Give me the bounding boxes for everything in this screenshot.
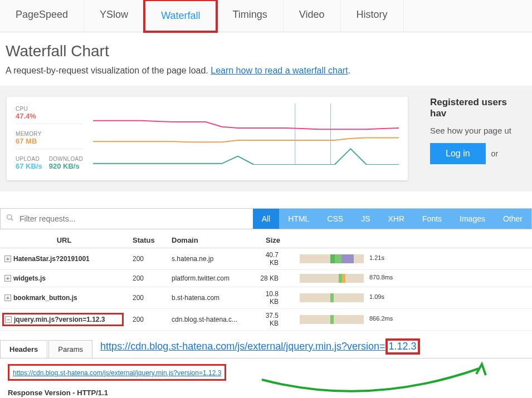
waterfall-bar: 1.09s bbox=[300, 292, 528, 303]
upload-label: UPLOAD bbox=[16, 156, 42, 162]
cpu-value: 47.4% bbox=[16, 112, 83, 120]
small-url-highlight: https://cdn.blog.st-hatena.com/js/extern… bbox=[8, 364, 226, 381]
col-domain[interactable]: Domain bbox=[167, 233, 251, 248]
filter-tab-xhr[interactable]: XHR bbox=[379, 209, 413, 229]
filter-tab-all[interactable]: All bbox=[253, 209, 280, 229]
page-title: Waterfall Chart bbox=[6, 42, 526, 60]
row-time: 1.21s bbox=[369, 254, 384, 261]
metrics-chart bbox=[93, 104, 399, 174]
filter-tab-html[interactable]: HTML bbox=[279, 209, 318, 229]
cpu-label: CPU bbox=[16, 106, 83, 112]
detail-sub-tabs: Headers Params https://cdn.blog.st-haten… bbox=[0, 338, 532, 358]
table-row[interactable]: +widgets.js200platform.twitter.com28 KB8… bbox=[0, 270, 532, 287]
row-time: 866.2ms bbox=[369, 315, 393, 322]
filter-tab-css[interactable]: CSS bbox=[318, 209, 352, 229]
sub-tab-params[interactable]: Params bbox=[48, 340, 92, 358]
filter-input[interactable] bbox=[17, 209, 247, 229]
filter-tabs: All HTML CSS JS XHR Fonts Images Other bbox=[253, 209, 531, 229]
sub-tab-headers[interactable]: Headers bbox=[0, 340, 47, 358]
waterfall-bar: 866.2ms bbox=[300, 314, 528, 325]
row-time: 1.09s bbox=[369, 293, 384, 300]
waterfall-bar: 1.21s bbox=[300, 253, 528, 264]
learn-link[interactable]: Learn how to read a waterfall chart bbox=[211, 66, 348, 75]
metrics-panel: CPU 47.4% MEMORY 67 MB UPLOAD 67 KB/s DO… bbox=[0, 86, 532, 191]
tab-waterfall[interactable]: Waterfall bbox=[143, 0, 218, 33]
subtitle-text: A request-by-request visualization of th… bbox=[6, 66, 211, 75]
side-text: See how your page ut bbox=[430, 126, 525, 135]
row-size: 28 KB bbox=[251, 270, 295, 287]
row-domain: s.hatena.ne.jp bbox=[167, 248, 251, 270]
row-status: 200 bbox=[128, 287, 167, 309]
col-size[interactable]: Size bbox=[251, 233, 295, 248]
expand-icon[interactable]: + bbox=[4, 275, 11, 282]
memory-value: 67 MB bbox=[16, 137, 83, 145]
login-button[interactable]: Log in bbox=[430, 143, 486, 164]
filter-tab-other[interactable]: Other bbox=[494, 209, 531, 229]
upload-value: 67 KB/s bbox=[16, 162, 42, 170]
small-url-link[interactable]: https://cdn.blog.st-hatena.com/js/extern… bbox=[13, 369, 221, 377]
table-row[interactable]: −jquery.min.js?version=1.12.3200cdn.blog… bbox=[0, 309, 532, 331]
expand-icon[interactable]: + bbox=[4, 294, 11, 301]
col-waterfall bbox=[295, 233, 532, 248]
request-url[interactable]: https://cdn.blog.st-hatena.com/js/extern… bbox=[100, 338, 419, 358]
row-url: widgets.js bbox=[13, 274, 46, 282]
expand-icon[interactable]: + bbox=[4, 255, 11, 262]
version-highlight: 1.12.3 bbox=[385, 338, 420, 355]
filter-row: All HTML CSS JS XHR Fonts Images Other bbox=[0, 208, 532, 229]
filter-input-wrap bbox=[1, 209, 253, 229]
table-row[interactable]: +bookmark_button.js200b.st-hatena.com10.… bbox=[0, 287, 532, 309]
metric-net: UPLOAD 67 KB/s DOWNLOAD 920 KB/s bbox=[16, 154, 83, 174]
subtitle-suffix: . bbox=[348, 66, 350, 75]
filter-tab-fonts[interactable]: Fonts bbox=[413, 209, 451, 229]
row-domain: cdn.blog.st-hatena.c... bbox=[167, 309, 251, 331]
side-title: Registered users hav bbox=[430, 97, 525, 119]
download-label: DOWNLOAD bbox=[49, 156, 83, 162]
url-prefix: https://cdn.blog.st-hatena.com/js/extern… bbox=[100, 341, 385, 352]
login-row: Log in or bbox=[430, 143, 525, 164]
row-domain: b.st-hatena.com bbox=[167, 287, 251, 309]
tab-video[interactable]: Video bbox=[284, 0, 341, 32]
row-size: 10.8 KB bbox=[251, 287, 295, 309]
row-url: HatenaStar.js?20191001 bbox=[13, 255, 90, 263]
row-size: 40.7 KB bbox=[251, 248, 295, 270]
row-status: 200 bbox=[128, 248, 167, 270]
side-panel: Registered users hav See how your page u… bbox=[419, 97, 525, 180]
row-domain: platform.twitter.com bbox=[167, 270, 251, 287]
svg-point-2 bbox=[7, 215, 12, 219]
col-status[interactable]: Status bbox=[128, 233, 167, 248]
tab-pagespeed[interactable]: PageSpeed bbox=[0, 0, 84, 32]
or-text: or bbox=[491, 149, 498, 158]
search-icon bbox=[6, 214, 14, 224]
metric-cpu: CPU 47.4% bbox=[16, 104, 83, 124]
metrics-list: CPU 47.4% MEMORY 67 MB UPLOAD 67 KB/s DO… bbox=[16, 104, 83, 174]
subtitle: A request-by-request visualization of th… bbox=[6, 66, 526, 76]
memory-label: MEMORY bbox=[16, 131, 83, 137]
tab-history[interactable]: History bbox=[341, 0, 404, 32]
waterfall-bar: 870.8ms bbox=[300, 273, 528, 284]
filter-tab-images[interactable]: Images bbox=[451, 209, 494, 229]
metrics-card: CPU 47.4% MEMORY 67 MB UPLOAD 67 KB/s DO… bbox=[7, 97, 408, 180]
download-value: 920 KB/s bbox=[49, 162, 83, 170]
tab-timings[interactable]: Timings bbox=[217, 0, 283, 32]
expand-icon[interactable]: − bbox=[5, 316, 12, 323]
response-version: Response Version - HTTP/1.1 bbox=[8, 389, 532, 397]
row-status: 200 bbox=[128, 270, 167, 287]
row-time: 870.8ms bbox=[369, 274, 393, 281]
filter-tab-js[interactable]: JS bbox=[352, 209, 379, 229]
requests-table: URL Status Domain Size +HatenaStar.js?20… bbox=[0, 233, 532, 331]
row-url: jquery.min.js?version=1.12.3 bbox=[14, 316, 105, 323]
row-url: bookmark_button.js bbox=[13, 294, 77, 302]
col-url[interactable]: URL bbox=[0, 233, 128, 248]
table-row[interactable]: +HatenaStar.js?20191001200s.hatena.ne.jp… bbox=[0, 248, 532, 270]
row-status: 200 bbox=[128, 309, 167, 331]
tab-yslow[interactable]: YSlow bbox=[84, 0, 144, 32]
waterfall-table-section: All HTML CSS JS XHR Fonts Images Other U… bbox=[0, 208, 532, 397]
metric-memory: MEMORY 67 MB bbox=[16, 129, 83, 149]
svg-line-3 bbox=[11, 219, 13, 221]
row-size: 37.5 KB bbox=[251, 309, 295, 331]
main-tabs: PageSpeed YSlow Waterfall Timings Video … bbox=[0, 0, 532, 32]
